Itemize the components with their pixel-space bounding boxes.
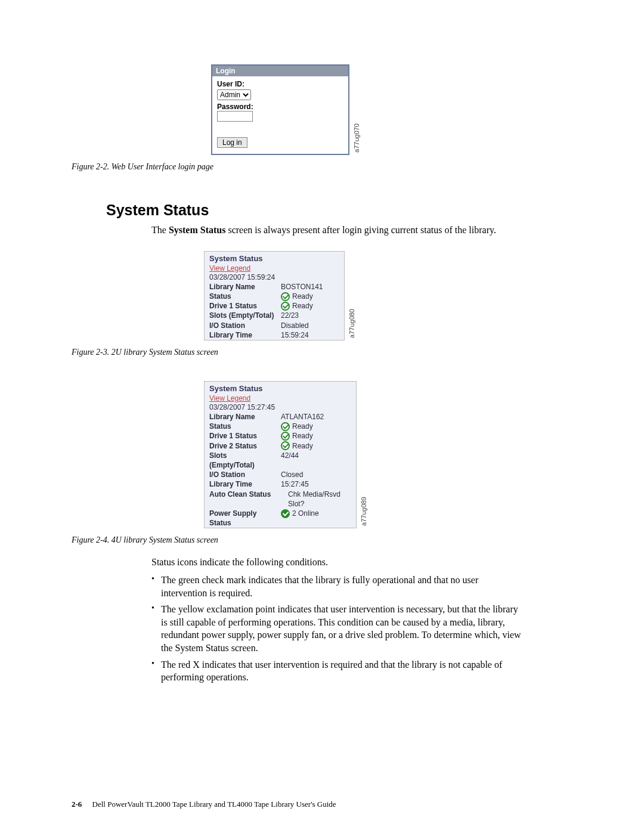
view-legend-link[interactable]: View Legend bbox=[205, 394, 356, 402]
list-item: The yellow exclamation point indicates t… bbox=[151, 603, 521, 654]
row-io: I/O Station Closed bbox=[205, 470, 356, 479]
user-id-label: User ID: bbox=[217, 80, 343, 88]
section-heading: System Status bbox=[106, 202, 572, 219]
conditions-intro: Status icons indicate the following cond… bbox=[151, 556, 515, 569]
label: I/O Station bbox=[209, 321, 281, 330]
login-header: Login bbox=[212, 66, 348, 76]
value: 15:27:45 bbox=[281, 479, 309, 489]
row-drive1: Drive 1 Status Ready bbox=[205, 301, 344, 311]
check-icon bbox=[281, 302, 290, 311]
value: Ready bbox=[292, 292, 313, 301]
figure-caption-1: Figure 2-2. Web User Interface login pag… bbox=[72, 162, 572, 172]
intro-pre: The bbox=[151, 225, 169, 235]
value: Ready bbox=[292, 441, 313, 451]
value: ATLANTA162 bbox=[281, 412, 324, 422]
footer-text: Dell PowerVault TL2000 Tape Library and … bbox=[92, 800, 336, 809]
label: Status bbox=[209, 422, 281, 431]
check-icon bbox=[281, 432, 290, 441]
value: Ready bbox=[292, 431, 313, 441]
label: Slots (Empty/Total) bbox=[209, 311, 281, 320]
label: Auto Clean Status bbox=[209, 490, 288, 499]
intro-paragraph: The System Status screen is always prese… bbox=[151, 224, 515, 237]
row-io: I/O Station Disabled bbox=[205, 321, 344, 330]
timestamp: 03/28/2007 15:27:45 bbox=[209, 402, 275, 412]
label: Status bbox=[209, 518, 281, 528]
label: Library Name bbox=[209, 412, 281, 422]
value: Closed bbox=[281, 470, 303, 479]
figure-sidecode: a77ug080 bbox=[348, 309, 355, 338]
status-title: System Status bbox=[205, 382, 356, 394]
row-library-name: Library Name BOSTON141 bbox=[205, 282, 344, 292]
figure-caption-2: Figure 2-3. 2U library System Status scr… bbox=[72, 348, 572, 357]
figure-caption-3: Figure 2-4. 4U library System Status scr… bbox=[72, 535, 572, 545]
intro-bold: System Status bbox=[169, 225, 226, 235]
password-input[interactable] bbox=[217, 111, 253, 122]
page-number: 2-6 bbox=[72, 800, 82, 809]
label: Library Time bbox=[209, 330, 281, 340]
row-slots: Slots (Empty/Total) 22/23 bbox=[205, 311, 344, 320]
user-id-select[interactable]: Admin bbox=[217, 89, 251, 100]
login-panel: Login User ID: Admin Password: Log in bbox=[211, 64, 349, 155]
check-icon bbox=[281, 422, 290, 431]
status-panel-4u: System Status View Legend 03/28/2007 15:… bbox=[204, 381, 357, 528]
value: 42/44 bbox=[281, 451, 299, 460]
list-item: The red X indicates that user interventi… bbox=[151, 658, 521, 684]
status-title: System Status bbox=[205, 252, 344, 264]
row-slots-1: Slots 42/44 bbox=[205, 451, 356, 460]
check-icon bbox=[281, 292, 290, 301]
value: Ready bbox=[292, 301, 313, 311]
figure-sidecode: a77ug089 bbox=[360, 497, 367, 526]
value: Ready bbox=[292, 422, 313, 431]
label: Library Name bbox=[209, 282, 281, 292]
value: Slot? bbox=[288, 499, 304, 509]
label: Drive 1 Status bbox=[209, 431, 281, 441]
value: Disabled bbox=[281, 321, 309, 330]
value: 15:59:24 bbox=[281, 330, 309, 340]
check-icon bbox=[281, 441, 290, 450]
row-library-name: Library Name ATLANTA162 bbox=[205, 412, 356, 422]
row-slots-2: (Empty/Total) bbox=[205, 460, 356, 470]
value: 2 Online bbox=[292, 509, 319, 518]
value: BOSTON141 bbox=[281, 282, 323, 292]
label: Library Time bbox=[209, 479, 281, 489]
figure-login: Login User ID: Admin Password: Log in a7… bbox=[211, 64, 572, 155]
label: I/O Station bbox=[209, 470, 281, 479]
figure-status-4u: System Status View Legend 03/28/2007 15:… bbox=[204, 381, 572, 528]
timestamp: 03/28/2007 15:59:24 bbox=[209, 272, 275, 282]
password-label: Password: bbox=[217, 103, 343, 111]
page-footer: 2-6 Dell PowerVault TL2000 Tape Library … bbox=[72, 800, 336, 809]
row-autoclean-1: Auto Clean Status Chk Media/Rsvd bbox=[205, 490, 356, 499]
view-legend-link[interactable]: View Legend bbox=[205, 264, 344, 272]
figure-status-2u: System Status View Legend 03/28/2007 15:… bbox=[204, 251, 572, 340]
label: Status bbox=[209, 292, 281, 301]
label: Slots bbox=[209, 451, 281, 460]
status-panel-2u: System Status View Legend 03/28/2007 15:… bbox=[204, 251, 345, 340]
figure-sidecode: a77ug070 bbox=[353, 123, 360, 153]
row-time: Library Time 15:27:45 bbox=[205, 479, 356, 489]
value: Chk Media/Rsvd bbox=[288, 490, 340, 499]
label: Power Supply bbox=[209, 509, 281, 518]
label: (Empty/Total) bbox=[209, 460, 281, 470]
row-power-2: Status bbox=[205, 518, 356, 528]
check-icon bbox=[281, 509, 290, 518]
intro-post: screen is always present after login giv… bbox=[225, 225, 496, 235]
row-drive2: Drive 2 Status Ready bbox=[205, 441, 356, 451]
value: 22/23 bbox=[281, 311, 299, 320]
label: Drive 2 Status bbox=[209, 441, 281, 451]
login-button[interactable]: Log in bbox=[217, 137, 247, 148]
row-status: Status Ready bbox=[205, 422, 356, 431]
login-body: User ID: Admin Password: Log in bbox=[212, 76, 348, 154]
row-time: Library Time 15:59:24 bbox=[205, 330, 344, 340]
row-autoclean-2: Slot? bbox=[205, 499, 356, 509]
list-item: The green check mark indicates that the … bbox=[151, 574, 521, 599]
row-drive1: Drive 1 Status Ready bbox=[205, 431, 356, 441]
label: Drive 1 Status bbox=[209, 301, 281, 311]
conditions-list: The green check mark indicates that the … bbox=[151, 574, 521, 684]
row-status: Status Ready bbox=[205, 292, 344, 301]
row-power-1: Power Supply 2 Online bbox=[205, 509, 356, 518]
document-page: Login User ID: Admin Password: Log in a7… bbox=[0, 0, 644, 833]
